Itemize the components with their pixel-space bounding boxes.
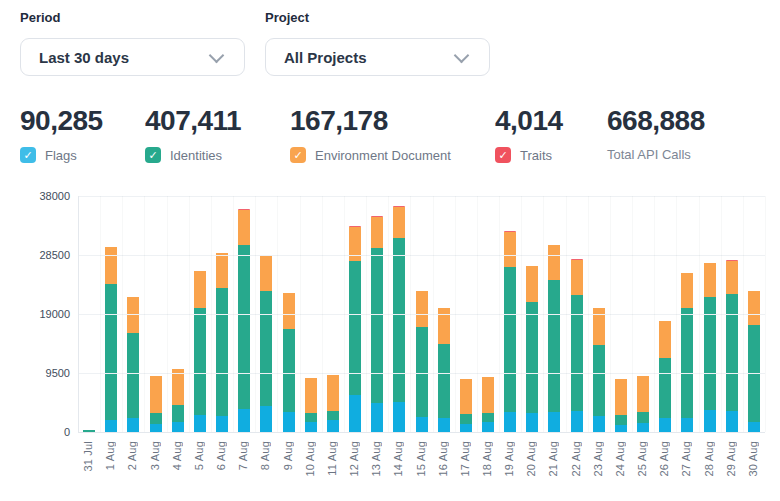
bar-29-aug[interactable] (726, 260, 738, 432)
x-axis-tick-label: 12 Aug (348, 441, 361, 476)
x-axis-tick-label: 3 Aug (149, 441, 162, 470)
flags-label: Flags (45, 148, 77, 163)
bar-segment-identities (393, 238, 405, 401)
environment-document-checkbox[interactable]: ✓ (290, 147, 306, 163)
traits-checkbox[interactable]: ✓ (495, 147, 511, 163)
bar-3-aug[interactable] (150, 376, 162, 432)
bar-28-aug[interactable] (704, 263, 716, 432)
bar-22-aug[interactable] (571, 259, 583, 432)
bar-segment-flags (349, 395, 361, 432)
bar-16-aug[interactable] (438, 308, 450, 432)
bar-25-aug[interactable] (637, 376, 649, 432)
bar-segment-flags (615, 425, 627, 432)
bar-segment-environment-document (416, 291, 428, 327)
x-gridline (277, 196, 278, 432)
bar-segment-identities (460, 414, 472, 424)
x-gridline (765, 196, 766, 432)
bar-segment-environment-document (283, 293, 295, 329)
x-axis-tick-label: 1 Aug (104, 441, 117, 470)
bar-segment-flags (637, 423, 649, 432)
x-gridline (189, 196, 190, 432)
project-dropdown[interactable]: All Projects (265, 38, 490, 76)
bar-segment-environment-document (327, 375, 339, 411)
x-gridline (366, 196, 367, 432)
x-gridline (122, 196, 123, 432)
bar-segment-identities (127, 333, 139, 418)
x-gridline (100, 196, 101, 432)
flags-checkbox[interactable]: ✓ (20, 147, 36, 163)
bar-13-aug[interactable] (371, 216, 383, 432)
bar-11-aug[interactable] (327, 375, 339, 432)
bar-2-aug[interactable] (127, 297, 139, 432)
bar-segment-flags (593, 416, 605, 432)
x-axis-tick-label: 31 Jul (82, 441, 95, 472)
usage-dashboard: Period Last 30 days Project All Projects… (0, 0, 780, 501)
bar-segment-flags (216, 416, 228, 432)
bar-10-aug[interactable] (305, 378, 317, 432)
bar-segment-identities (659, 358, 671, 419)
x-gridline (477, 196, 478, 432)
bar-30-aug[interactable] (748, 291, 760, 432)
bar-segment-environment-document (305, 378, 317, 413)
bar-segment-environment-document (681, 273, 693, 307)
bar-segment-identities (416, 327, 428, 417)
period-dropdown[interactable]: Last 30 days (20, 38, 245, 76)
bar-12-aug[interactable] (349, 226, 361, 432)
x-gridline (410, 196, 411, 432)
bar-18-aug[interactable] (482, 377, 494, 432)
identities-count: 407,411 (145, 104, 241, 138)
bar-24-aug[interactable] (615, 379, 627, 432)
bar-segment-identities (194, 308, 206, 415)
bar-segment-environment-document (172, 369, 184, 405)
bar-15-aug[interactable] (416, 291, 428, 432)
bar-segment-flags (393, 402, 405, 432)
x-axis-tick-label: 23 Aug (592, 441, 605, 476)
x-axis-tick-label: 13 Aug (370, 441, 383, 476)
x-gridline (743, 196, 744, 432)
bar-segment-environment-document (704, 263, 716, 296)
bar-segment-flags (482, 422, 494, 432)
x-gridline (632, 196, 633, 432)
bar-segment-environment-document (571, 260, 583, 295)
bar-21-aug[interactable] (548, 245, 560, 432)
bar-7-aug[interactable] (238, 209, 250, 432)
bar-segment-flags (127, 418, 139, 432)
bar-8-aug[interactable] (260, 255, 272, 432)
traits-count: 4,014 (495, 104, 563, 138)
x-axis-tick-label: 27 Aug (680, 441, 693, 476)
period-dropdown-value: Last 30 days (21, 49, 211, 66)
period-label: Period (20, 10, 60, 25)
bar-5-aug[interactable] (194, 271, 206, 432)
bar-23-aug[interactable] (593, 308, 605, 432)
x-gridline (543, 196, 544, 432)
bar-1-aug[interactable] (105, 247, 117, 432)
x-gridline (322, 196, 323, 432)
bar-17-aug[interactable] (460, 379, 472, 432)
x-gridline (588, 196, 589, 432)
bar-26-aug[interactable] (659, 321, 671, 432)
bar-20-aug[interactable] (526, 266, 538, 432)
bar-19-aug[interactable] (504, 231, 516, 432)
traits-label: Traits (520, 148, 552, 163)
bar-segment-environment-document (482, 377, 494, 413)
bar-segment-environment-document (726, 261, 738, 294)
x-gridline (144, 196, 145, 432)
x-axis-tick-label: 8 Aug (259, 441, 272, 470)
x-gridline (167, 196, 168, 432)
bar-segment-identities (637, 412, 649, 424)
bar-segment-environment-document (504, 232, 516, 267)
x-gridline (344, 196, 345, 432)
bar-segment-environment-document (748, 291, 760, 325)
bar-segment-identities (260, 291, 272, 406)
bar-segment-identities (681, 308, 693, 419)
bar-segment-environment-document (127, 297, 139, 333)
identities-checkbox[interactable]: ✓ (145, 147, 161, 163)
bar-segment-identities (371, 248, 383, 403)
bar-27-aug[interactable] (681, 273, 693, 432)
bar-14-aug[interactable] (393, 206, 405, 432)
bar-4-aug[interactable] (172, 369, 184, 432)
bar-6-aug[interactable] (216, 253, 228, 432)
x-gridline (699, 196, 700, 432)
chevron-down-icon (209, 47, 225, 63)
bar-segment-environment-document (637, 376, 649, 412)
